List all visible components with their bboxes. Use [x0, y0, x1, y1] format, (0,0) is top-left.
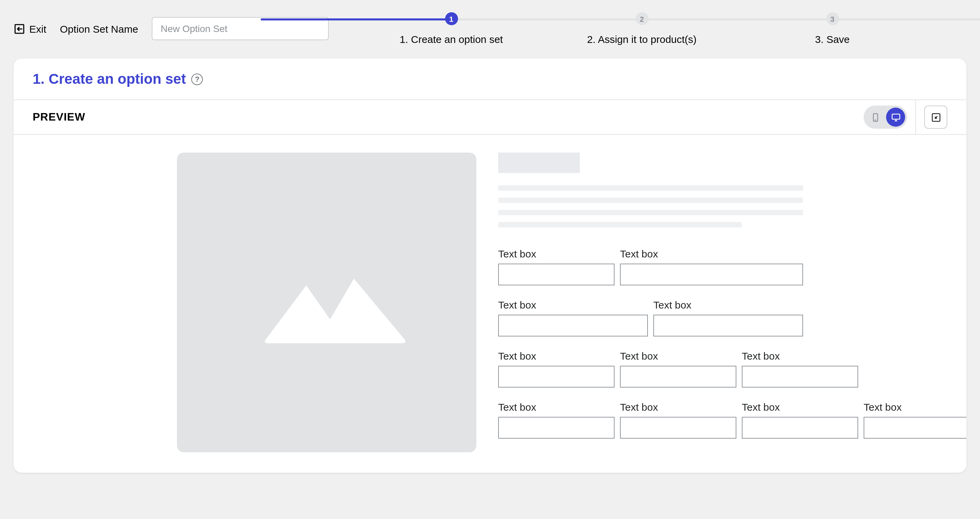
step-1[interactable]: 1 1. Create an option set — [356, 12, 546, 45]
text-field: Text box — [498, 401, 614, 439]
option-name-input[interactable] — [152, 17, 329, 40]
step-1-label: 1. Create an option set — [399, 34, 503, 45]
field-label: Text box — [864, 401, 966, 413]
text-input[interactable] — [620, 417, 737, 439]
text-input[interactable] — [620, 263, 803, 285]
text-field: Text box — [742, 350, 858, 388]
image-placeholder-icon — [238, 255, 415, 350]
skeleton-line — [498, 222, 742, 227]
skeleton-title — [498, 153, 580, 173]
help-icon[interactable]: ? — [191, 73, 203, 85]
skeleton-line — [498, 210, 803, 215]
step-3[interactable]: 3 3. Save — [737, 12, 928, 45]
text-input[interactable] — [498, 315, 648, 337]
field-label: Text box — [498, 401, 614, 413]
text-input[interactable] — [498, 366, 614, 388]
field-label: Text box — [498, 248, 614, 260]
text-field: Text box — [620, 401, 737, 439]
exit-button[interactable]: Exit — [14, 23, 46, 34]
step-2-circle: 2 — [635, 12, 648, 25]
text-input[interactable] — [498, 417, 614, 439]
preview-bar: PREVIEW — [14, 99, 966, 135]
preview-content: Text box Text box Text box Text box — [14, 135, 966, 473]
text-input[interactable] — [498, 263, 614, 285]
exit-label: Exit — [29, 23, 46, 34]
field-row-4: Text box Text box Text box Text box — [498, 401, 803, 439]
collapse-icon — [931, 112, 941, 122]
preview-label: PREVIEW — [33, 111, 86, 123]
text-field: Text box — [498, 299, 648, 337]
text-field: Text box — [498, 350, 614, 388]
preview-controls — [864, 105, 947, 129]
field-label: Text box — [742, 401, 858, 413]
step-3-circle: 3 — [826, 12, 839, 25]
field-label: Text box — [620, 401, 737, 413]
field-label: Text box — [653, 299, 803, 311]
stepper: 1 1. Create an option set 2 2. Assign it… — [342, 12, 941, 45]
text-field: Text box — [653, 299, 803, 337]
text-field: Text box — [742, 401, 858, 439]
text-input[interactable] — [653, 315, 803, 337]
field-label: Text box — [742, 350, 858, 362]
product-image-placeholder — [177, 153, 476, 452]
field-label: Text box — [498, 350, 614, 362]
text-input[interactable] — [742, 366, 858, 388]
field-row-2: Text box Text box — [498, 299, 803, 337]
desktop-view-button[interactable] — [886, 108, 905, 127]
desktop-icon — [891, 112, 901, 122]
field-row-1: Text box Text box — [498, 248, 803, 285]
step-3-label: 3. Save — [815, 34, 850, 45]
text-field: Text box — [498, 248, 614, 285]
text-input[interactable] — [742, 417, 858, 439]
view-toggle — [864, 105, 907, 129]
skeleton-line — [498, 185, 803, 191]
text-input[interactable] — [864, 417, 966, 439]
main-card: 1. Create an option set ? PREVIEW — [14, 59, 966, 473]
field-label: Text box — [620, 248, 803, 260]
divider — [915, 99, 916, 135]
option-name-label: Option Set Name — [60, 23, 138, 34]
text-input[interactable] — [620, 366, 737, 388]
text-field: Text box — [620, 248, 803, 285]
step-1-circle: 1 — [445, 12, 458, 25]
skeleton-line — [498, 198, 803, 203]
form-area: Text box Text box Text box Text box — [498, 153, 803, 452]
mobile-icon — [870, 112, 880, 122]
field-row-3: Text box Text box Text box — [498, 350, 803, 388]
card-title: 1. Create an option set — [33, 71, 186, 87]
field-label: Text box — [620, 350, 737, 362]
step-2-label: 2. Assign it to product(s) — [587, 34, 697, 45]
text-field: Text box — [620, 350, 737, 388]
field-label: Text box — [498, 299, 648, 311]
mobile-view-button[interactable] — [865, 108, 885, 127]
collapse-button[interactable] — [924, 105, 947, 129]
svg-rect-3 — [892, 114, 900, 119]
card-header: 1. Create an option set ? — [14, 59, 966, 99]
top-bar: Exit Option Set Name 1 1. Create an opti… — [0, 0, 980, 45]
step-2[interactable]: 2 2. Assign it to product(s) — [546, 12, 737, 45]
text-field: Text box — [864, 401, 966, 439]
exit-icon — [14, 23, 25, 34]
